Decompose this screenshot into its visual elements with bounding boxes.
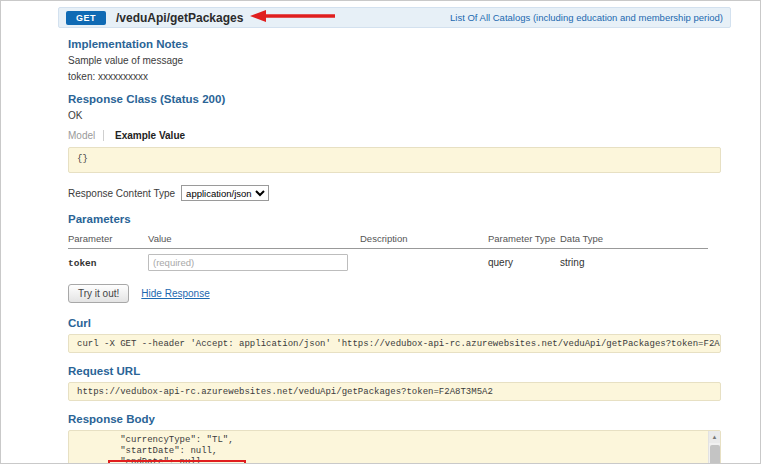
operation-content: Implementation Notes Sample value of mes… <box>58 28 731 464</box>
parameters-header-row: Parameter Value Description Parameter Ty… <box>68 230 708 249</box>
response-class-heading: Response Class (Status 200) <box>68 93 721 105</box>
curl-command-code: curl -X GET --header 'Accept: applicatio… <box>68 334 721 353</box>
response-line: "currencyType": "TL", <box>77 435 700 446</box>
response-content-type-select[interactable]: application/json <box>181 185 269 201</box>
scroll-up-arrow-icon[interactable]: ▲ <box>709 431 720 443</box>
red-arrow-annotation-icon <box>249 9 337 27</box>
table-row: token query string <box>68 249 708 277</box>
column-header-parameter-type: Parameter Type <box>488 230 560 249</box>
page-frame: GET /veduApi/getPackages List Of All Cat… <box>0 0 761 464</box>
response-class-status: OK <box>68 110 721 121</box>
response-content-type-row: Response Content Type application/json <box>68 185 721 201</box>
implementation-notes-text: Sample value of message <box>68 55 721 66</box>
operation-header: GET /veduApi/getPackages List Of All Cat… <box>58 7 731 28</box>
response-scrollbar[interactable]: ▲ <box>708 431 720 464</box>
parameter-description <box>360 249 488 277</box>
parameter-name: token <box>68 258 97 269</box>
request-url-code: https://vedubox-api-rc.azurewebsites.net… <box>68 382 721 401</box>
parameters-heading: Parameters <box>68 213 721 225</box>
response-body-code[interactable]: "currencyType": "TL", "startDate": null,… <box>68 430 721 464</box>
implementation-notes-sample: token: xxxxxxxxxx <box>68 71 721 82</box>
implementation-notes-heading: Implementation Notes <box>68 38 721 50</box>
response-line: "startDate": null, <box>77 446 700 457</box>
operation-path-link[interactable]: /veduApi/getPackages <box>116 11 243 25</box>
operation-summary-link[interactable]: List Of All Catalogs (including educatio… <box>450 12 723 23</box>
method-badge-get[interactable]: GET <box>66 11 106 25</box>
try-it-out-button[interactable]: Try it out! <box>68 284 129 303</box>
parameter-type: query <box>488 249 560 277</box>
example-value-code: {} <box>68 147 721 173</box>
column-header-value: Value <box>148 230 360 249</box>
tab-model[interactable]: Model <box>68 130 104 141</box>
token-input[interactable] <box>148 254 348 271</box>
column-header-data-type: Data Type <box>560 230 708 249</box>
response-content-type-label: Response Content Type <box>68 188 175 199</box>
response-line: "endDate": null, <box>77 457 700 464</box>
column-header-parameter: Parameter <box>68 230 148 249</box>
column-header-description: Description <box>360 230 488 249</box>
swagger-operation: GET /veduApi/getPackages List Of All Cat… <box>58 7 731 464</box>
tab-example-value[interactable]: Example Value <box>107 130 185 141</box>
response-body-wrap: "currencyType": "TL", "startDate": null,… <box>68 430 721 464</box>
request-url-heading: Request URL <box>68 365 721 377</box>
curl-heading: Curl <box>68 317 721 329</box>
hide-response-link[interactable]: Hide Response <box>141 288 209 299</box>
parameter-data-type: string <box>560 249 708 277</box>
actions-row: Try it out! Hide Response <box>68 284 721 303</box>
model-example-tabs: Model Example Value <box>68 130 721 141</box>
scrollbar-thumb[interactable] <box>710 445 720 464</box>
parameters-table: Parameter Value Description Parameter Ty… <box>68 230 708 276</box>
response-body-heading: Response Body <box>68 413 721 425</box>
